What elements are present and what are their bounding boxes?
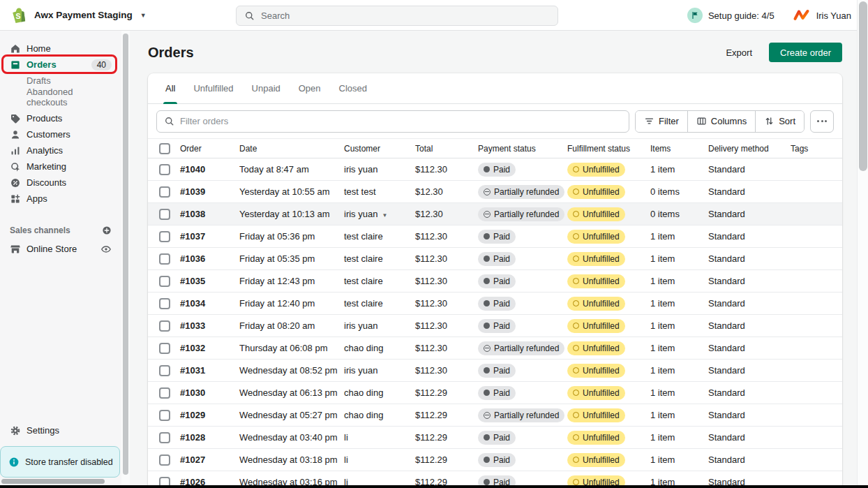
sort-button[interactable]: Sort <box>755 111 804 132</box>
scrollbar-thumb[interactable] <box>123 34 128 475</box>
sidebar-horizontal-scrollbar[interactable] <box>0 479 121 485</box>
order-number-link[interactable]: #1028 <box>180 432 239 443</box>
tab-closed[interactable]: Closed <box>330 73 376 104</box>
table-row[interactable]: #1027 Wednesday at 03:18 pm li $112.29 P… <box>148 449 842 471</box>
order-number-link[interactable]: #1031 <box>180 365 239 376</box>
row-checkbox[interactable] <box>159 454 170 466</box>
sidebar-item-label: Marketing <box>27 161 66 172</box>
export-button[interactable]: Export <box>719 43 759 62</box>
scrollbar-thumb[interactable] <box>1 479 105 484</box>
payment-status-badge: Partially refunded <box>478 341 564 355</box>
sidebar-item-marketing[interactable]: Marketing <box>0 158 121 175</box>
order-number-link[interactable]: #1035 <box>180 276 239 286</box>
row-checkbox[interactable] <box>159 320 170 332</box>
row-checkbox[interactable] <box>159 164 170 175</box>
table-row[interactable]: #1037 Friday at 05:36 pm test claire $11… <box>148 225 842 248</box>
payment-status-badge: Partially refunded <box>478 207 564 221</box>
tab-all[interactable]: All <box>156 73 184 104</box>
table-row[interactable]: #1029 Wednesday at 05:27 pm chao ding $1… <box>148 404 842 427</box>
setup-guide-button[interactable]: Setup guide: 4/5 <box>687 8 775 23</box>
select-all-checkbox[interactable] <box>159 143 170 154</box>
table-row[interactable]: #1040 Today at 8:47 am iris yuan $112.30… <box>148 158 842 181</box>
global-search-input[interactable]: Search <box>236 6 558 26</box>
order-number-link[interactable]: #1027 <box>180 454 239 465</box>
order-number-link[interactable]: #1030 <box>180 387 239 398</box>
fulfillment-status-badge: Unfulfilled <box>567 274 625 288</box>
create-order-button[interactable]: Create order <box>769 43 842 62</box>
more-actions-button[interactable] <box>810 110 834 133</box>
column-header-date[interactable]: Date <box>239 144 344 154</box>
order-number-link[interactable]: #1034 <box>180 298 239 309</box>
tab-unpaid[interactable]: Unpaid <box>243 73 290 104</box>
sidebar-item-home[interactable]: Home <box>0 40 121 57</box>
column-header-delivery-method[interactable]: Delivery method <box>708 144 791 154</box>
sidebar-vertical-scrollbar[interactable] <box>121 31 130 488</box>
sidebar-item-settings[interactable]: Settings <box>0 422 121 438</box>
table-row[interactable]: #1039 Yesterday at 10:55 am test test $1… <box>148 181 842 203</box>
tab-open[interactable]: Open <box>290 73 330 104</box>
row-checkbox[interactable] <box>159 432 170 443</box>
row-checkbox[interactable] <box>159 343 170 354</box>
table-row[interactable]: #1036 Friday at 05:35 pm test claire $11… <box>148 248 842 270</box>
order-number-link[interactable]: #1038 <box>180 209 239 219</box>
order-date: Wednesday at 03:18 pm <box>239 454 344 465</box>
sidebar: Home Orders 40 Drafts Abandoned checkout… <box>0 31 121 488</box>
order-number-link[interactable]: #1036 <box>180 253 239 264</box>
table-row[interactable]: #1030 Wednesday at 06:13 pm chao ding $1… <box>148 382 842 404</box>
plus-circle-icon[interactable] <box>102 225 112 235</box>
customer-caret-icon[interactable]: ▼ <box>382 212 387 219</box>
table-row[interactable]: #1034 Friday at 12:40 pm test claire $11… <box>148 293 842 315</box>
row-checkbox[interactable] <box>159 231 170 242</box>
row-checkbox[interactable] <box>159 298 170 309</box>
row-checkbox[interactable] <box>159 276 170 287</box>
order-total: $112.29 <box>415 454 478 465</box>
table-row[interactable]: #1033 Friday at 08:20 am iris yuan $112.… <box>148 315 842 337</box>
filter-button[interactable]: Filter <box>636 111 687 132</box>
column-header-customer[interactable]: Customer <box>344 144 415 154</box>
columns-button[interactable]: Columns <box>687 111 755 132</box>
table-row[interactable]: #1038 Yesterday at 10:13 am iris yuan▼ $… <box>148 203 842 225</box>
column-header-payment-status[interactable]: Payment status <box>478 144 567 154</box>
column-header-total[interactable]: Total <box>415 144 478 154</box>
table-row[interactable]: #1031 Wednesday at 08:52 pm iris yuan $1… <box>148 360 842 382</box>
row-checkbox[interactable] <box>159 365 170 376</box>
order-number-link[interactable]: #1037 <box>180 231 239 242</box>
row-checkbox[interactable] <box>159 410 170 421</box>
order-number-link[interactable]: #1029 <box>180 410 239 420</box>
column-header-fulfillment-status[interactable]: Fulfillment status <box>567 144 650 154</box>
table-row[interactable]: #1028 Wednesday at 03:40 pm li $112.29 P… <box>148 427 842 449</box>
column-header-order[interactable]: Order <box>180 144 239 154</box>
sidebar-item-discounts[interactable]: Discounts <box>0 175 121 191</box>
page-title: Orders <box>148 45 194 61</box>
fulfillment-status-cell: Unfulfilled <box>567 185 650 199</box>
table-row[interactable]: #1035 Friday at 12:43 pm test claire $11… <box>148 270 842 293</box>
sidebar-item-products[interactable]: Products <box>0 110 121 126</box>
sidebar-item-customers[interactable]: Customers <box>0 126 121 142</box>
eye-icon[interactable] <box>100 244 112 255</box>
user-menu[interactable]: Iris Yuan <box>793 8 851 23</box>
sales-channels-header: Sales channels <box>0 223 121 238</box>
column-header-tags[interactable]: Tags <box>791 144 842 154</box>
order-number-link[interactable]: #1033 <box>180 320 239 331</box>
sidebar-item-apps[interactable]: Apps <box>0 191 121 207</box>
table-row[interactable]: #1032 Thursday at 06:08 pm chao ding $11… <box>148 337 842 360</box>
row-checkbox[interactable] <box>159 209 170 220</box>
sidebar-item-online-store[interactable]: Online Store <box>0 241 121 257</box>
sidebar-item-abandoned-checkouts[interactable]: Abandoned checkouts <box>0 89 121 105</box>
column-header-items[interactable]: Items <box>650 144 708 154</box>
filter-orders-input[interactable]: Filter orders <box>156 110 629 133</box>
tab-unfulfilled[interactable]: Unfulfilled <box>184 73 242 104</box>
row-checkbox[interactable] <box>159 387 170 399</box>
scrollbar-thumb[interactable] <box>859 1 867 171</box>
order-number-link[interactable]: #1040 <box>180 164 239 175</box>
page-vertical-scrollbar[interactable] <box>857 0 868 488</box>
sidebar-item-orders[interactable]: Orders 40 <box>0 57 121 73</box>
sidebar-item-analytics[interactable]: Analytics <box>0 142 121 158</box>
fulfillment-status-icon <box>573 256 579 262</box>
row-checkbox[interactable] <box>159 253 170 265</box>
order-number-link[interactable]: #1039 <box>180 186 239 197</box>
order-number-link[interactable]: #1032 <box>180 343 239 353</box>
store-switcher[interactable]: S Awx Payment Staging ▼ <box>0 6 147 24</box>
store-transfer-banner[interactable]: Store transfer disabled <box>0 446 120 478</box>
row-checkbox[interactable] <box>159 186 170 198</box>
